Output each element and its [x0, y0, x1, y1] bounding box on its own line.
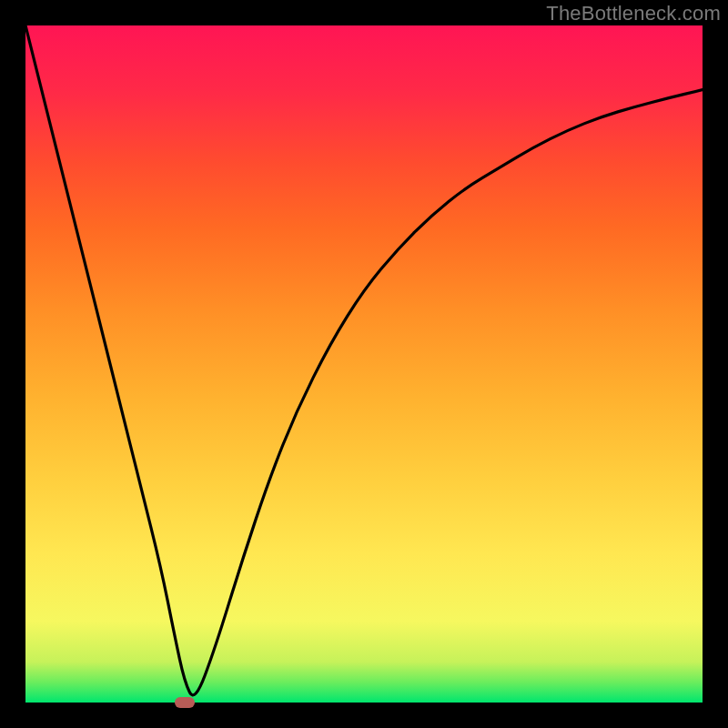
plot-area: [25, 25, 703, 703]
bottleneck-curve: [25, 25, 703, 703]
chart-frame: TheBottleneck.com: [0, 0, 728, 728]
optimal-marker: [175, 697, 195, 708]
watermark-text: TheBottleneck.com: [546, 2, 721, 25]
